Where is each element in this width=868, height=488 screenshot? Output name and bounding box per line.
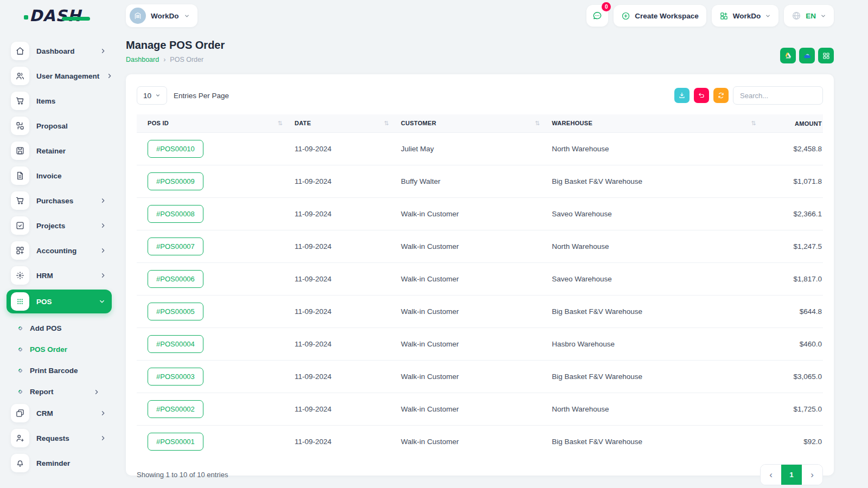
sidebar-item-invoice[interactable]: Invoice bbox=[7, 165, 113, 187]
sidebar-subitem-pos-order[interactable]: POS Order bbox=[7, 339, 113, 360]
bell-icon bbox=[15, 458, 25, 468]
undo-icon bbox=[698, 92, 705, 99]
language-selector[interactable]: EN bbox=[784, 5, 834, 27]
showing-entries-text: Showing 1 to 10 of 10 entries bbox=[137, 471, 228, 479]
chevron-right-icon bbox=[100, 435, 106, 441]
pos-id-link[interactable]: #POS00007 bbox=[148, 237, 203, 255]
pos-id-link[interactable]: #POS00009 bbox=[148, 172, 203, 190]
pagination-prev-button[interactable]: ‹ bbox=[761, 465, 781, 485]
cell-customer: Walk-in Customer bbox=[401, 296, 552, 328]
google-drive-icon bbox=[783, 51, 793, 60]
sidebar-subitem-report[interactable]: Report bbox=[7, 381, 113, 402]
grid-view-button[interactable] bbox=[818, 48, 834, 63]
cell-warehouse: Big Basket F&V Warehouse bbox=[552, 296, 768, 328]
pos-id-link[interactable]: #POS00010 bbox=[148, 140, 203, 158]
cell-date: 11-09-2024 bbox=[295, 361, 401, 393]
export-download-button[interactable] bbox=[674, 88, 690, 103]
brand-logo[interactable]: DASH bbox=[29, 7, 81, 25]
table-row: #POS00007 11-09-2024 Walk-in Customer No… bbox=[137, 230, 823, 263]
sidebar-item-user-management[interactable]: User Management bbox=[7, 65, 113, 87]
sidebar-item-items[interactable]: Items bbox=[7, 90, 113, 112]
pos-id-link[interactable]: #POS00001 bbox=[148, 433, 203, 451]
chevron-down-icon bbox=[155, 93, 161, 98]
workdo-menu-button[interactable]: WorkDo bbox=[712, 5, 779, 27]
pos-orders-table: POS ID⇅ DATE⇅ CUSTOMER⇅ WAREHOUSE⇅ AMOUN… bbox=[137, 114, 823, 458]
pos-id-link[interactable]: #POS00008 bbox=[148, 205, 203, 223]
sidebar-item-requests[interactable]: Requests bbox=[7, 427, 113, 449]
column-header-date[interactable]: DATE⇅ bbox=[295, 114, 401, 133]
requests-icon bbox=[11, 429, 29, 447]
google-drive-export-button[interactable] bbox=[780, 48, 796, 63]
sidebar-item-hrm[interactable]: HRM bbox=[7, 265, 113, 286]
sidebar-item-retainer[interactable]: Retainer bbox=[7, 140, 113, 162]
page-title: Manage POS Order bbox=[126, 39, 225, 52]
cell-date: 11-09-2024 bbox=[295, 198, 401, 230]
sort-icon[interactable]: ⇅ bbox=[535, 120, 540, 127]
sidebar-item-purchases[interactable]: Purchases bbox=[7, 190, 113, 211]
refresh-button[interactable] bbox=[713, 88, 729, 103]
accounting-icon bbox=[15, 246, 25, 255]
pagination-next-button[interactable]: › bbox=[802, 465, 822, 485]
invoice-icon bbox=[11, 166, 29, 185]
cell-amount: $92.0 bbox=[768, 426, 823, 458]
sidebar-item-accounting[interactable]: Accounting bbox=[7, 240, 113, 261]
pos-id-link[interactable]: #POS00005 bbox=[148, 303, 203, 320]
breadcrumb-current: POS Order bbox=[170, 56, 203, 63]
projects-icon bbox=[15, 221, 25, 230]
chevron-down-icon bbox=[820, 13, 826, 19]
column-header-pos-id[interactable]: POS ID⇅ bbox=[137, 114, 295, 133]
crm-icon bbox=[11, 404, 29, 422]
hrm-icon bbox=[11, 266, 29, 285]
table-row: #POS00004 11-09-2024 Walk-in Customer Ha… bbox=[137, 328, 823, 361]
sidebar-subitem-add-pos[interactable]: Add POS bbox=[7, 318, 113, 339]
chevron-right-icon bbox=[93, 389, 100, 395]
language-code: EN bbox=[806, 12, 816, 20]
workdo-menu-label: WorkDo bbox=[733, 12, 761, 20]
invoice-icon bbox=[15, 171, 25, 181]
cell-customer: Buffy Walter bbox=[401, 165, 552, 198]
cell-warehouse: Big Basket F&V Warehouse bbox=[552, 361, 768, 393]
pos-id-link[interactable]: #POS00003 bbox=[148, 368, 203, 386]
sidebar-item-projects[interactable]: Projects bbox=[7, 215, 113, 236]
sidebar-item-proposal[interactable]: Proposal bbox=[7, 115, 113, 137]
column-header-warehouse[interactable]: WAREHOUSE⇅ bbox=[552, 114, 768, 133]
sidebar-item-crm[interactable]: CRM bbox=[7, 402, 113, 424]
chevron-right-icon bbox=[106, 73, 113, 79]
sidebar-item-dashboard[interactable]: Dashboard bbox=[7, 40, 113, 62]
bullet-icon bbox=[18, 389, 23, 395]
breadcrumb-dashboard-link[interactable]: Dashboard bbox=[126, 56, 159, 63]
onedrive-export-button[interactable] bbox=[799, 48, 815, 63]
sort-icon[interactable]: ⇅ bbox=[384, 120, 389, 127]
cell-warehouse: Big Basket F&V Warehouse bbox=[552, 165, 768, 198]
sidebar-subitem-print-barcode[interactable]: Print Barcode bbox=[7, 360, 113, 381]
cell-amount: $644.8 bbox=[768, 296, 823, 328]
bullet-icon bbox=[18, 326, 23, 331]
messages-button[interactable]: 0 bbox=[586, 5, 608, 27]
pos-id-link[interactable]: #POS00004 bbox=[148, 335, 203, 353]
sort-icon[interactable]: ⇅ bbox=[277, 120, 283, 127]
pos-id-link[interactable]: #POS00006 bbox=[148, 270, 203, 288]
pagination-page-1[interactable]: 1 bbox=[781, 465, 802, 485]
chevron-right-icon bbox=[100, 222, 106, 229]
cell-amount: $460.0 bbox=[768, 328, 823, 361]
entries-per-page-select[interactable]: 10 bbox=[137, 86, 167, 105]
pos-id-link[interactable]: #POS00002 bbox=[148, 400, 203, 418]
column-header-customer[interactable]: CUSTOMER⇅ bbox=[401, 114, 552, 133]
pos-order-card: 10 Entries Per Page POS ID⇅ bbox=[126, 74, 834, 476]
sidebar-item-pos[interactable]: POS bbox=[7, 290, 112, 313]
workdo-grid-icon bbox=[719, 11, 729, 21]
plus-circle-icon bbox=[621, 11, 630, 21]
sort-icon[interactable]: ⇅ bbox=[751, 120, 756, 127]
column-header-amount[interactable]: AMOUNT bbox=[768, 114, 823, 133]
cell-customer: Walk-in Customer bbox=[401, 393, 552, 426]
building-icon bbox=[133, 11, 142, 20]
cell-customer: Walk-in Customer bbox=[401, 361, 552, 393]
sidebar-item-reminder[interactable]: Reminder bbox=[7, 452, 113, 474]
workspace-selector[interactable]: WorkDo bbox=[126, 4, 197, 27]
cart-icon bbox=[15, 96, 25, 106]
search-input[interactable] bbox=[733, 86, 823, 105]
cell-warehouse: Big Basket F&V Warehouse bbox=[552, 426, 768, 458]
reset-button[interactable] bbox=[694, 88, 709, 103]
create-workspace-button[interactable]: Create Workspace bbox=[614, 5, 706, 27]
crm-icon bbox=[15, 408, 25, 418]
